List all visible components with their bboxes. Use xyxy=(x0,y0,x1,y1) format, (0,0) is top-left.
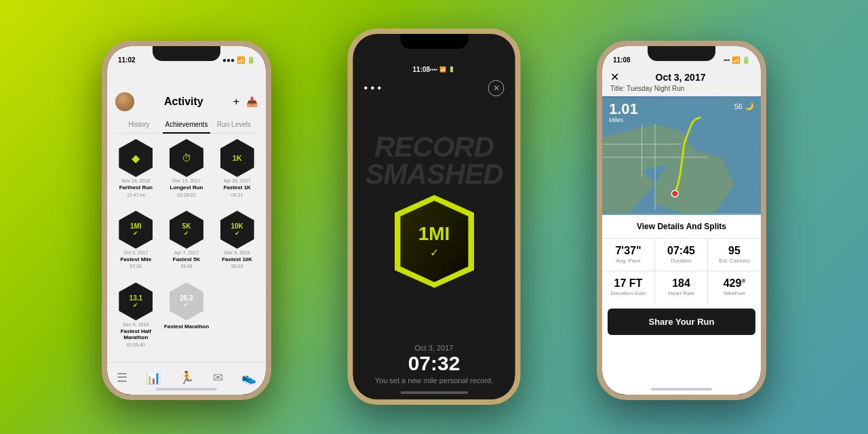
share-run-button[interactable]: Share Your Run xyxy=(608,309,755,335)
stat-duration: 07:45 Duration xyxy=(655,239,708,271)
map-distance: 1.01 Miles xyxy=(609,102,638,123)
right-header: ✕ Oct 3, 2017 Title: Tuesday Night Run xyxy=(602,68,761,96)
tab-achievements[interactable]: Achievements xyxy=(163,117,210,134)
badge-farthest-run[interactable]: ◆ Nov 24, 2018 Farthest Run 13.47 mi xyxy=(113,139,159,207)
right-phone: 11:08 ▪▪▪ 📶 🔋 ✕ Oct 3, 2017 Title: Tuesd… xyxy=(597,41,766,400)
record-info: Oct 3, 2017 07:32 You set a new mile per… xyxy=(368,337,500,391)
nav-run-icon[interactable]: 🏃 xyxy=(179,370,194,385)
right-wifi-icon: 📶 xyxy=(732,56,740,64)
stat-nikefuel: 429® NikeFuel xyxy=(708,271,761,303)
run-map: 1.01 Miles 56 🌙 xyxy=(602,96,761,215)
nav-list-icon[interactable]: ☰ xyxy=(117,370,127,385)
stat-calories: 95 Est. Calories xyxy=(708,239,761,271)
battery-icon: 🔋 xyxy=(247,56,255,64)
run-name: Tuesday Night Run xyxy=(627,85,684,92)
header-row: Activity + 📥 xyxy=(115,90,258,117)
signal-icon: ●●● xyxy=(222,56,235,64)
center-battery-icon: 🔋 xyxy=(448,66,455,73)
record-subtitle: You set a new mile personal record. xyxy=(375,376,493,384)
badge-fastest-marathon[interactable]: 26.2 ✔ Fastest Marathon xyxy=(163,283,210,357)
tab-run-levels[interactable]: Run Levels xyxy=(210,117,258,133)
avatar-image xyxy=(115,92,134,111)
left-notch xyxy=(153,46,220,61)
svg-point-10 xyxy=(671,191,678,197)
record-title-area: RECORD SMASHED xyxy=(365,134,502,188)
badge-fastest-mile[interactable]: 1MI ✔ Oct 3, 2017 Fastest Mile 07:32 xyxy=(113,211,159,279)
tab-bar: History Achievements Run Levels xyxy=(115,117,258,134)
more-options-button[interactable]: • • • xyxy=(364,82,382,94)
right-status-icons: ▪▪▪ 📶 🔋 xyxy=(724,56,750,64)
page-title: Activity xyxy=(164,96,203,108)
tab-history[interactable]: History xyxy=(115,117,163,133)
center-phone: 11:08 ▪▪▪▪ 📶 🔋 • • • ✕ xyxy=(348,28,521,405)
phones-container: 11:02 ●●● 📶 🔋 Activity + 📥 xyxy=(61,14,807,420)
badge-content: 1MI ✓ xyxy=(418,224,450,259)
nav-shoe-icon[interactable]: 👟 xyxy=(241,370,256,385)
record-time: 07:32 xyxy=(375,352,493,375)
badge-label: 1MI xyxy=(418,224,450,243)
record-date: Oct 3, 2017 xyxy=(375,344,493,352)
left-home-indicator xyxy=(156,388,217,391)
left-screen: 11:02 ●●● 📶 🔋 Activity + 📥 xyxy=(107,46,266,395)
nike-swoosh-icon: ✓ xyxy=(430,246,439,259)
nav-chart-icon[interactable]: 📊 xyxy=(146,370,161,385)
stats-section: View Details And Splits 7'37" Avg. Pace … xyxy=(602,215,761,395)
nav-mail-icon[interactable]: ✉ xyxy=(213,370,223,385)
center-notch xyxy=(400,34,468,49)
close-button[interactable]: ✕ xyxy=(488,80,505,96)
center-wifi-icon: 📶 xyxy=(439,66,446,73)
header-icons: + 📥 xyxy=(233,96,258,108)
inbox-icon[interactable]: 📥 xyxy=(246,96,258,107)
badge-fastest-10k[interactable]: 10K ✔ Dec 8, 2018 Fastest 10K 59:22 xyxy=(214,211,260,279)
record-badge-container: 1MI ✓ xyxy=(393,194,475,289)
left-header: Activity + 📥 History Achievements R xyxy=(107,68,266,134)
close-icon: ✕ xyxy=(493,83,500,93)
stat-heart-rate: 184 Heart Rate xyxy=(655,271,708,303)
record-title: RECORD SMASHED xyxy=(365,134,502,188)
center-screen: 11:08 ▪▪▪▪ 📶 🔋 • • • ✕ xyxy=(353,34,515,399)
left-time: 11:02 xyxy=(118,56,136,64)
right-time: 11:08 xyxy=(613,56,631,64)
run-date: Oct 3, 2017 xyxy=(625,72,736,83)
badge-fastest-1k[interactable]: 1K Apr 20, 2017 Fastest 1K 04:21 xyxy=(214,139,260,207)
weather-temp: 56 xyxy=(734,102,743,111)
avatar[interactable] xyxy=(115,92,134,111)
record-area: RECORD SMASHED xyxy=(365,99,502,337)
stats-grid: 7'37" Avg. Pace 07:45 Duration 95 Est. C… xyxy=(602,239,761,303)
right-signal-icon: ▪▪▪ xyxy=(724,57,730,63)
run-title-row: Title: Tuesday Night Run xyxy=(610,85,753,92)
center-top-bar: • • • ✕ xyxy=(353,77,515,99)
right-close-button[interactable]: ✕ xyxy=(610,71,619,83)
right-header-row: ✕ Oct 3, 2017 xyxy=(610,71,753,83)
center-home-indicator xyxy=(400,391,468,394)
center-signal-icon: ▪▪▪▪ xyxy=(430,66,437,73)
wifi-icon: 📶 xyxy=(237,56,245,64)
center-status-icons: ▪▪▪▪ 📶 🔋 xyxy=(430,66,455,73)
center-time: 11:08 xyxy=(413,66,431,73)
stat-avg-pace: 7'37" Avg. Pace xyxy=(602,239,655,271)
left-status-icons: ●●● 📶 🔋 xyxy=(222,56,255,64)
right-home-indicator xyxy=(651,388,712,391)
map-weather: 56 🌙 xyxy=(734,102,754,111)
right-battery-icon: 🔋 xyxy=(742,56,750,64)
add-icon[interactable]: + xyxy=(233,96,239,108)
badge-fastest-half[interactable]: 13.1 ✔ Dec 9, 2018 Fastest Half Marathon… xyxy=(113,283,159,357)
left-phone: 11:02 ●●● 📶 🔋 Activity + 📥 xyxy=(102,41,271,400)
badge-fastest-5k[interactable]: 5K ✔ Apr 7, 2017 Fastest 5K 33:43 xyxy=(163,211,210,279)
title-label: Title: xyxy=(610,85,625,92)
badges-grid: ◆ Nov 24, 2018 Farthest Run 13.47 mi ⏱ D… xyxy=(107,134,266,362)
right-screen: 11:08 ▪▪▪ 📶 🔋 ✕ Oct 3, 2017 Title: Tuesd… xyxy=(602,46,761,395)
right-notch xyxy=(648,46,715,61)
badge-longest-run[interactable]: ⏱ Dec 10, 2017 Longest Run 03:28:02 xyxy=(163,139,210,207)
center-status-bar: 11:08 ▪▪▪▪ 📶 🔋 xyxy=(402,56,467,77)
weather-moon-icon: 🌙 xyxy=(745,102,754,111)
stat-elevation: 17 FT Elevation Gain xyxy=(602,271,655,303)
view-details-button[interactable]: View Details And Splits xyxy=(602,215,761,239)
dots-icon: • • • xyxy=(364,82,382,94)
